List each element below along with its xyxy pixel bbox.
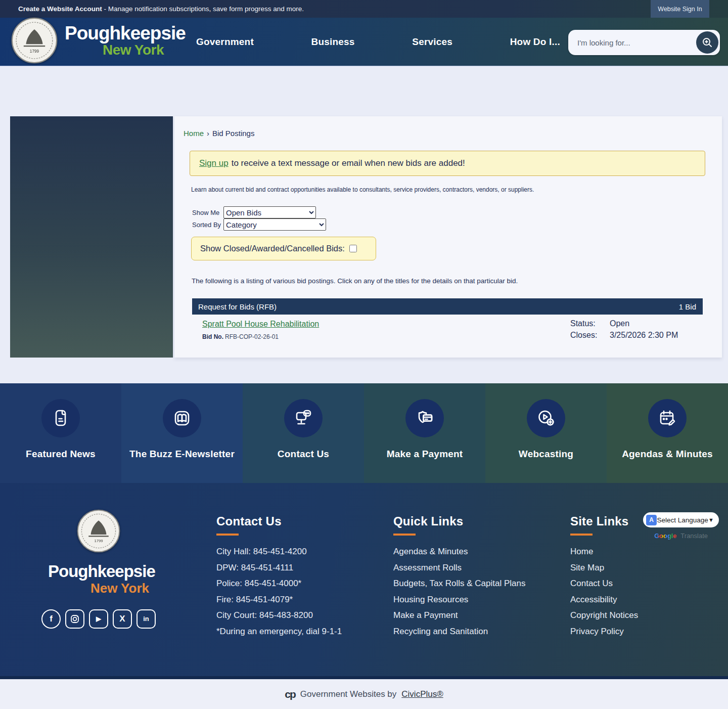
tile-buzz-enewsletter[interactable]: The Buzz E-Newsletter [121,383,243,483]
sorted-by-label: Sorted By [192,221,223,229]
footer-contact-heading: Contact Us [216,514,373,528]
quick-link-housing-resources[interactable]: Housing Resources [393,592,560,608]
site-search [568,30,720,55]
site-links-list: Home Site Map Contact Us Accessibility C… [570,544,676,639]
linkedin-icon: in [143,615,149,623]
show-me-filter: Show Me Open Bids [192,206,316,218]
breadcrumb-current: Bid Postings [212,129,254,138]
select-language-dropdown[interactable]: A Select Language ▼ [643,512,719,527]
site-link-contact-us[interactable]: Contact Us [570,575,676,592]
page: Create a Website Account - Manage notifi… [0,0,728,709]
civicplus-link[interactable]: CivicPlus® [401,689,443,699]
search-button[interactable] [696,31,718,54]
site-link-accessibility[interactable]: Accessibility [570,592,676,608]
main-nav: Government Business Services How Do I... [196,18,560,66]
quick-link-budgets[interactable]: Budgets, Tax Rolls & Capital Plans [393,575,560,592]
tile-label: Featured News [26,449,96,460]
monitor-chat-icon [291,406,315,430]
tile-contact-us[interactable]: Contact Us [243,383,364,483]
site-link-home[interactable]: Home [570,544,676,560]
google-translate-attribution: Google Translate [643,532,719,540]
site-link-site-map[interactable]: Site Map [570,560,676,576]
instagram-link[interactable] [65,609,84,629]
quick-link-make-a-payment[interactable]: Make a Payment [393,607,560,624]
search-input[interactable] [568,38,696,47]
feature-tiles-strip: Featured News The Buzz E-Newsletter [0,383,728,483]
nav-services[interactable]: Services [412,36,452,48]
news-document-icon [49,406,73,430]
breadcrumb-home-link[interactable]: Home [184,129,204,138]
breadcrumb-separator: › [207,129,209,138]
tile-label: Webcasting [519,449,573,460]
website-sign-in-button[interactable]: Website Sign In [651,0,709,18]
main-content: Home›Bid Postings Sign up to receive a t… [0,66,728,383]
quick-link-agendas-minutes[interactable]: Agendas & Minutes [393,544,560,560]
sorted-by-filter: Sorted By Category [192,218,326,231]
quick-link-recycling-sanitation[interactable]: Recycling and Sanitation [393,624,560,640]
tile-make-a-payment[interactable]: Make a Payment [364,383,485,483]
heading-accent-bar [216,534,239,536]
city-seal-icon: 1799 [77,509,120,553]
site-link-privacy-policy[interactable]: Privacy Policy [570,624,676,640]
translate-wordmark: Translate [680,532,708,540]
google-translate-widget: A Select Language ▼ Google Translate [643,512,719,540]
site-logo[interactable]: 1799 Poughkeepsie New York [11,17,164,64]
footer-brand-state: New York [48,581,149,596]
contact-list: City Hall: 845-451-4200 DPW: 845-451-411… [216,544,373,639]
nav-government[interactable]: Government [196,36,254,48]
heading-accent-bar [393,534,416,536]
contact-item: DPW: 845-451-4111 [216,560,373,576]
footer-quick-links-heading: Quick Links [393,514,560,528]
youtube-icon: ▶ [96,615,101,623]
footer-brand: 1799 Poughkeepsie New York f ▶ [28,509,169,629]
instagram-icon [70,614,80,624]
sorted-by-select[interactable]: Category [223,218,326,231]
bid-number: Bid No.RFB-COP-02-26-01 [202,333,279,340]
bids-intro-text: Learn about current bid and contract opp… [191,186,534,193]
show-closed-bids-label: Show Closed/Awarded/Cancelled Bids: [200,244,345,253]
x-twitter-link[interactable]: X [113,609,132,629]
tile-featured-news[interactable]: Featured News [0,383,121,483]
breadcrumb: Home›Bid Postings [184,129,254,138]
civicplus-bar: cp Government Websites by CivicPlus® [0,679,728,709]
create-account-text[interactable]: Create a Website Account - Manage notifi… [18,5,304,13]
tile-label: The Buzz E-Newsletter [129,449,235,460]
create-account-link[interactable]: Create a Website Account [18,5,102,13]
calendar-pencil-icon [655,406,679,430]
bid-title-link[interactable]: Spratt Pool House Rehabilitation [202,320,319,329]
show-me-select[interactable]: Open Bids [223,206,316,218]
facebook-icon: f [50,614,53,624]
tile-webcasting[interactable]: Webcasting [485,383,607,483]
google-wordmark: Google [654,532,677,540]
bids-count-badge: 1 Bid [679,302,696,311]
bid-closes-value: 3/25/2026 2:30 PM [610,331,678,340]
nav-how-do-i[interactable]: How Do I... [510,36,560,48]
site-link-copyright-notices[interactable]: Copyright Notices [570,607,676,624]
x-twitter-icon: X [119,614,125,624]
show-closed-bids-toggle: Show Closed/Awarded/Cancelled Bids: [191,237,376,260]
facebook-link[interactable]: f [41,609,61,629]
svg-text:1799: 1799 [30,49,39,54]
show-closed-bids-checkbox[interactable] [349,245,357,252]
bid-status-label: Status: [570,319,596,328]
nav-business[interactable]: Business [311,36,355,48]
show-me-label: Show Me [192,209,223,216]
brand-state: New York [65,43,164,57]
sign-up-link[interactable]: Sign up [199,158,229,168]
quick-link-assessment-rolls[interactable]: Assessment Rolls [393,560,560,576]
site-footer: 1799 Poughkeepsie New York f ▶ [0,483,728,676]
tile-agendas-minutes[interactable]: Agendas & Minutes [607,383,728,483]
svg-text:1799: 1799 [94,539,103,543]
credit-card-shield-icon [413,406,437,430]
video-play-plus-icon [534,406,558,430]
signup-alert-banner: Sign up to receive a text message or ema… [190,151,705,176]
footer-contact-column: Contact Us City Hall: 845-451-4200 DPW: … [216,514,373,639]
open-book-icon [170,406,194,430]
civicplus-text: Government Websites by [300,689,397,699]
youtube-link[interactable]: ▶ [89,609,108,629]
bid-number-label: Bid No. [202,333,223,340]
listing-note: The following is a listing of various bi… [192,277,518,285]
heading-accent-bar [570,534,593,536]
brand-city: Poughkeepsie [65,24,164,43]
linkedin-link[interactable]: in [136,609,156,629]
